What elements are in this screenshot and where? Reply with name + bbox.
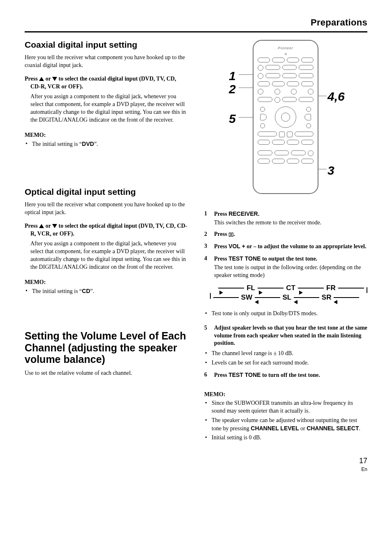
opt-memo-list: The initial setting is “CD”. bbox=[25, 287, 188, 295]
note-range: The channel level range is ± 10 dB. bbox=[204, 350, 367, 358]
triangle-up-icon bbox=[39, 77, 44, 81]
callout-46: 4,6 bbox=[327, 88, 345, 105]
right-memo-list: Since the SUBWOOFER transmits an ultra-l… bbox=[204, 399, 367, 442]
coax-action: Press or to select the coaxial digital i… bbox=[30, 75, 188, 91]
remote-led-icon bbox=[285, 53, 287, 55]
opt-action: Press or to select the optical digital i… bbox=[30, 222, 188, 238]
flow-sl: SL bbox=[283, 293, 292, 302]
memo-channel: The speaker volume can be adjusted witho… bbox=[204, 417, 367, 433]
flow-fr: FR bbox=[326, 284, 336, 293]
step5-notes: The channel level range is ± 10 dB. Leve… bbox=[204, 350, 367, 367]
coax-intro: Here you tell the receiver what componen… bbox=[25, 54, 188, 69]
coax-action-pre: Press bbox=[25, 76, 39, 82]
vol-heading: Setting the Volume Level of Each Channel… bbox=[25, 330, 188, 365]
callout-5: 5 bbox=[229, 111, 236, 127]
step4-notes: Test tone is only output in Dolby/DTS mo… bbox=[204, 310, 367, 318]
vol-intro: Use to set the relative volume of each c… bbox=[25, 369, 188, 377]
flow-sw: SW bbox=[241, 293, 252, 302]
note-dolby: Test tone is only output in Dolby/DTS mo… bbox=[204, 310, 367, 318]
remote-brand: Pioneer bbox=[258, 46, 314, 51]
callout-line bbox=[318, 96, 327, 97]
step-4-body: The test tone is output in the following… bbox=[214, 264, 367, 279]
page-header: Preparations bbox=[25, 16, 367, 32]
section-title: Preparations bbox=[311, 17, 367, 28]
triangle-down-icon bbox=[52, 224, 57, 228]
speaker-flow-diagram: FL CT FR SW SL SR bbox=[210, 284, 367, 302]
flow-sr: SR bbox=[322, 293, 332, 302]
opt-heading: Optical digital input setting bbox=[25, 187, 188, 197]
flow-ct: CT bbox=[286, 284, 295, 293]
coax-memo-h: MEMO: bbox=[25, 132, 188, 139]
opt-intro: Here you tell the receiver what componen… bbox=[25, 201, 188, 217]
page-lang: En bbox=[25, 466, 367, 473]
dolby-icon: ▯▯ bbox=[228, 231, 233, 238]
remote-diagram: 1 2 5 4,6 3 Pioneer bbox=[204, 40, 367, 200]
step-1-body: This switches the remote to the receiver… bbox=[214, 219, 367, 227]
coax-action-mid: or bbox=[44, 76, 52, 82]
step-4: 4 Press TEST TONE to output the test ton… bbox=[204, 255, 367, 263]
triangle-up-icon bbox=[39, 224, 44, 228]
left-column: Coaxial digital input setting Here you t… bbox=[25, 40, 188, 444]
coax-body: After you assign a component to the digi… bbox=[30, 93, 188, 124]
step-5: 5 Adjust speaker levels so that you hear… bbox=[204, 324, 367, 348]
note-surround: Levels can be set for each surround mode… bbox=[204, 359, 367, 367]
memo-initial: Initial setting is 0 dB. bbox=[204, 434, 367, 442]
remote-body: Pioneer bbox=[253, 40, 318, 194]
callout-line bbox=[318, 169, 327, 170]
step-2: 2 Press ▯▯. bbox=[204, 231, 367, 238]
opt-memo-h: MEMO: bbox=[25, 279, 188, 286]
opt-body: After you assign a component to the digi… bbox=[30, 240, 188, 271]
callout-3: 3 bbox=[327, 162, 334, 179]
triangle-down-icon bbox=[52, 77, 57, 81]
right-column: 1 2 5 4,6 3 Pioneer bbox=[204, 40, 367, 444]
right-memo-h: MEMO: bbox=[204, 391, 367, 399]
step-1: 1 Press RECEIVER. bbox=[204, 210, 367, 218]
steps-list: 1 Press RECEIVER. This switches the remo… bbox=[204, 210, 367, 379]
callout-line bbox=[239, 74, 253, 75]
step-6: 6 Press TEST TONE to turn off the test t… bbox=[204, 371, 367, 379]
callout-line bbox=[239, 117, 253, 118]
opt-memo-item: The initial setting is “CD”. bbox=[25, 287, 188, 295]
callout-line bbox=[239, 88, 253, 88]
coax-memo-item: The initial setting is “DVD”. bbox=[25, 140, 188, 148]
page-footer: 17 En bbox=[25, 456, 367, 472]
coax-memo-list: The initial setting is “DVD”. bbox=[25, 140, 188, 148]
memo-subwoofer: Since the SUBWOOFER transmits an ultra-l… bbox=[204, 399, 367, 415]
callout-2: 2 bbox=[229, 81, 236, 98]
step-3: 3 Press VOL + or – to adjust the volume … bbox=[204, 242, 367, 251]
page-number: 17 bbox=[25, 456, 367, 466]
flow-fl: FL bbox=[247, 284, 255, 293]
coax-heading: Coaxial digital input setting bbox=[25, 40, 188, 50]
